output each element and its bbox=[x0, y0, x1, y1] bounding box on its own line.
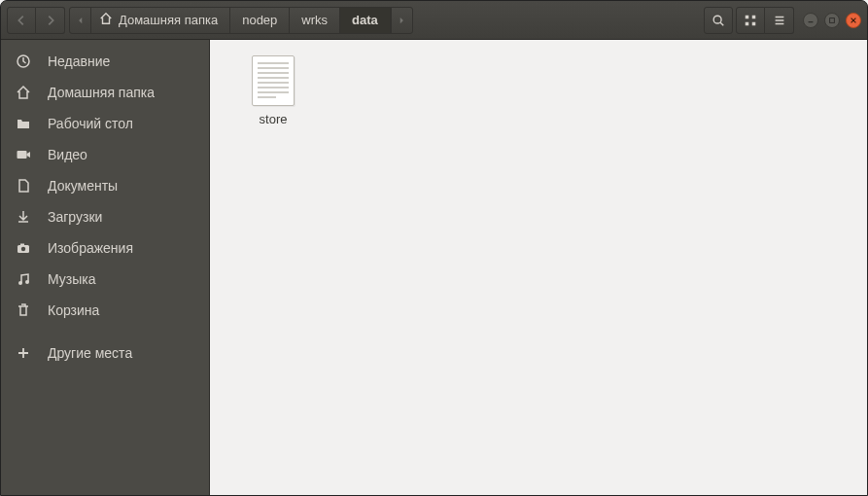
sidebar-item-downloads[interactable]: Загрузки bbox=[1, 201, 209, 232]
camera-icon bbox=[15, 239, 32, 257]
sidebar-item-label: Загрузки bbox=[48, 209, 102, 225]
breadcrumb-item-label: wrks bbox=[301, 13, 328, 27]
breadcrumb-prev[interactable] bbox=[70, 8, 91, 33]
sidebar: Недавние Домашняя папка Рабочий стол Вид… bbox=[1, 40, 210, 495]
sidebar-item-other-places[interactable]: Другие места bbox=[1, 337, 209, 369]
minimize-icon bbox=[807, 17, 815, 24]
breadcrumb-item-label: data bbox=[352, 13, 378, 27]
forward-button[interactable] bbox=[36, 7, 65, 34]
close-button[interactable] bbox=[846, 13, 861, 28]
triangle-left-icon bbox=[76, 16, 86, 25]
clock-icon bbox=[15, 53, 32, 70]
sidebar-item-pictures[interactable]: Изображения bbox=[1, 232, 209, 264]
sidebar-item-label: Корзина bbox=[48, 302, 99, 318]
toolbar: Домашняя папка nodep wrks data bbox=[1, 1, 867, 40]
breadcrumb-item-0[interactable]: nodep bbox=[230, 8, 290, 33]
svg-point-18 bbox=[18, 281, 22, 285]
sidebar-item-music[interactable]: Музыка bbox=[1, 264, 209, 295]
folder-icon bbox=[15, 115, 32, 132]
file-item[interactable]: store bbox=[229, 55, 317, 126]
view-grid-button[interactable] bbox=[736, 7, 765, 34]
trash-icon bbox=[15, 301, 32, 319]
svg-rect-10 bbox=[830, 18, 835, 22]
minimize-button[interactable] bbox=[803, 13, 818, 28]
hamburger-icon bbox=[773, 14, 786, 27]
text-file-icon bbox=[252, 55, 295, 106]
breadcrumb-item-label: nodep bbox=[242, 13, 277, 27]
breadcrumb-home[interactable]: Домашняя папка bbox=[91, 8, 230, 33]
sidebar-item-label: Документы bbox=[48, 178, 118, 194]
search-icon bbox=[712, 14, 725, 27]
sidebar-item-label: Видео bbox=[48, 147, 87, 162]
svg-point-16 bbox=[21, 247, 25, 251]
sidebar-item-desktop[interactable]: Рабочий стол bbox=[1, 108, 209, 139]
sidebar-item-recent[interactable]: Недавние bbox=[1, 46, 209, 77]
grid-icon bbox=[744, 14, 757, 27]
svg-rect-3 bbox=[752, 15, 756, 18]
svg-rect-5 bbox=[752, 21, 756, 25]
chevron-right-icon bbox=[44, 14, 57, 27]
sidebar-item-label: Музыка bbox=[48, 271, 96, 287]
file-label: store bbox=[260, 112, 288, 126]
view-group bbox=[736, 7, 794, 34]
back-button[interactable] bbox=[7, 7, 36, 34]
svg-rect-14 bbox=[17, 151, 27, 159]
svg-line-1 bbox=[720, 22, 723, 25]
sidebar-item-documents[interactable]: Документы bbox=[1, 170, 209, 201]
download-icon bbox=[15, 208, 32, 226]
music-icon bbox=[15, 270, 32, 288]
breadcrumb-next[interactable] bbox=[391, 8, 412, 33]
home-icon bbox=[99, 12, 113, 28]
nav-group bbox=[7, 7, 65, 34]
window-body: Недавние Домашняя папка Рабочий стол Вид… bbox=[1, 40, 867, 495]
svg-point-19 bbox=[25, 280, 29, 284]
svg-rect-4 bbox=[746, 21, 749, 25]
sidebar-item-label: Недавние bbox=[48, 53, 110, 69]
plus-icon bbox=[15, 344, 32, 362]
sidebar-item-label: Другие места bbox=[48, 345, 132, 361]
sidebar-item-videos[interactable]: Видео bbox=[1, 139, 209, 170]
menu-button[interactable] bbox=[765, 7, 794, 34]
document-icon bbox=[15, 177, 32, 195]
maximize-icon bbox=[828, 17, 836, 24]
svg-rect-17 bbox=[20, 244, 24, 246]
sidebar-item-label: Изображения bbox=[48, 240, 133, 256]
video-icon bbox=[15, 146, 32, 163]
file-view[interactable]: store bbox=[210, 40, 867, 495]
triangle-right-icon bbox=[397, 16, 406, 25]
window-controls bbox=[803, 13, 861, 28]
svg-rect-2 bbox=[746, 15, 749, 18]
maximize-button[interactable] bbox=[824, 13, 840, 28]
breadcrumb-item-2[interactable]: data bbox=[340, 8, 391, 33]
breadcrumb-item-1[interactable]: wrks bbox=[290, 8, 340, 33]
search-button[interactable] bbox=[704, 7, 733, 34]
sidebar-item-label: Домашняя папка bbox=[48, 85, 155, 100]
chevron-left-icon bbox=[15, 14, 28, 27]
home-icon bbox=[15, 84, 32, 101]
svg-point-0 bbox=[713, 16, 721, 23]
breadcrumb-home-label: Домашняя папка bbox=[119, 13, 218, 27]
file-manager-window: Домашняя папка nodep wrks data bbox=[0, 0, 868, 496]
sidebar-item-home[interactable]: Домашняя папка bbox=[1, 77, 209, 108]
breadcrumb-bar: Домашняя папка nodep wrks data bbox=[69, 7, 413, 34]
sidebar-item-label: Рабочий стол bbox=[48, 116, 133, 131]
sidebar-item-trash[interactable]: Корзина bbox=[1, 295, 209, 326]
close-icon bbox=[850, 17, 857, 24]
